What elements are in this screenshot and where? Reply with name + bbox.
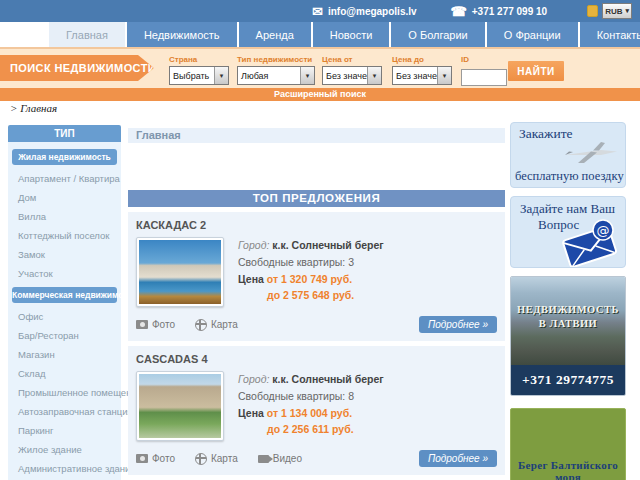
- sidebar-item-zhilaya[interactable]: Жилая недвижимость: [12, 149, 117, 165]
- sidebar-item-uchastok[interactable]: Участок: [8, 264, 121, 283]
- tab-glavnaya[interactable]: Главная: [49, 22, 125, 47]
- price-to-value: Без значения: [393, 71, 437, 81]
- property-photo: [139, 374, 221, 438]
- tab-nedvizhimost[interactable]: Недвижимость: [127, 22, 237, 47]
- tab-novosti[interactable]: Новости: [313, 22, 390, 47]
- breadcrumb[interactable]: > Главная: [10, 102, 57, 114]
- city-label: Город:: [238, 373, 269, 385]
- listing-title[interactable]: CASCADAS 4: [136, 351, 497, 371]
- apartments-label: Свободные квартиры:: [238, 256, 345, 268]
- search-panel: ПОИСК НЕДВИЖИМОСТИ Страна Выбрать Тип не…: [0, 49, 640, 88]
- currency-icon: [587, 5, 598, 17]
- field-id: ID: [461, 55, 507, 86]
- tab-label: Аренда: [256, 29, 294, 41]
- email-text: info@megapolis.lv: [328, 6, 417, 17]
- price-from-select[interactable]: Без значения: [322, 66, 382, 85]
- sidebar-item-administrativnoe[interactable]: Административное здание: [8, 459, 121, 478]
- city-value: к.к. Солнечный берег: [272, 373, 383, 385]
- sidebar-item-kottedzh[interactable]: Коттеджный поселок: [8, 226, 121, 245]
- advanced-search-link[interactable]: Расширенный поиск: [0, 88, 640, 101]
- latvia-banner-overlay: НЕДВИЖИМОСТЬ В ЛАТВИИ: [511, 303, 625, 331]
- main-nav: Главная Недвижимость Аренда Новости О Бо…: [0, 22, 640, 47]
- price-from: от 1 320 749 руб.: [267, 273, 352, 285]
- price-label: Цена: [238, 407, 264, 419]
- latvia-property-banner[interactable]: НЕДВИЖИМОСТЬ В ЛАТВИИ +371 29774775: [510, 276, 626, 396]
- currency-value: RUB: [605, 7, 622, 16]
- tab-label: Главная: [66, 29, 108, 41]
- sidebar-item-bar-restoran[interactable]: Бар/Ресторан: [8, 326, 121, 345]
- tab-o-bolgarii[interactable]: О Болгарии: [391, 22, 484, 47]
- property-photo: [139, 240, 221, 304]
- sidebar-item-magazin[interactable]: Магазин: [8, 345, 121, 364]
- listing-photo[interactable]: [136, 371, 224, 441]
- chevron-down-icon: [214, 67, 228, 84]
- sidebar-item-villa[interactable]: Вилла: [8, 207, 121, 226]
- sidebar-item-sklad[interactable]: Склад: [8, 364, 121, 383]
- ask-question-banner[interactable]: Задайте нам Ваш Вопрос @: [510, 196, 626, 268]
- sidebar-item-apartament[interactable]: Апартамент / Квартира: [8, 169, 121, 188]
- sidebar-item-azs[interactable]: Автозаправочная станция: [8, 402, 121, 421]
- sidebar-item-dom[interactable]: Дом: [8, 188, 121, 207]
- baltic-banner-text: Берег Балтийского моря: [511, 409, 625, 480]
- price-to-select[interactable]: Без значения: [392, 66, 452, 85]
- tab-o-francii[interactable]: О Франции: [487, 22, 578, 47]
- topbar: info@megapolis.lv +371 277 099 10 RUB: [0, 0, 640, 22]
- listing-card: CASCADAS 4 Город: к.к. Солнечный берег С…: [128, 346, 505, 475]
- sidebar-item-kommercheskaya[interactable]: Коммерческая недвижимость: [12, 287, 117, 303]
- photo-link[interactable]: Фото: [136, 453, 175, 464]
- sidebar-item-ofis[interactable]: Офис: [8, 307, 121, 326]
- map-link[interactable]: Карта: [195, 319, 238, 331]
- photo-link[interactable]: Фото: [136, 319, 175, 330]
- details-button[interactable]: Подробнее »: [419, 450, 497, 467]
- trip-banner-line2: бесплатную поездку: [515, 169, 624, 184]
- tab-kontakty[interactable]: Контакты: [580, 22, 640, 47]
- id-input[interactable]: [461, 69, 507, 86]
- country-select[interactable]: Выбрать: [169, 66, 229, 85]
- find-button[interactable]: НАЙТИ: [508, 61, 564, 81]
- sidebar-body: Жилая недвижимость Апартамент / Квартира…: [8, 142, 121, 480]
- sidebar-item-promyshlennoe[interactable]: Промышленное помещение: [8, 383, 121, 402]
- sidebar-item-zhiloe-zdanie[interactable]: Жилое здание: [8, 440, 121, 459]
- email-envelope-icon: @: [553, 215, 625, 268]
- camera-icon: [136, 454, 148, 463]
- phone-text: +371 277 099 10: [472, 6, 547, 17]
- field-price-from: Цена от Без значения: [322, 55, 382, 85]
- envelope-icon: [312, 4, 323, 19]
- sidebar-item-zamok[interactable]: Замок: [8, 245, 121, 264]
- latvia-overlay-line2: В ЛАТВИИ: [511, 317, 625, 331]
- sidebar-item-parking[interactable]: Паркинг: [8, 421, 121, 440]
- listing-footer: Фото Карта Подробнее »: [136, 316, 497, 333]
- details-button[interactable]: Подробнее »: [419, 316, 497, 333]
- page: info@megapolis.lv +371 277 099 10 RUB Гл…: [0, 0, 640, 480]
- price-from-value: Без значения: [323, 71, 367, 81]
- listing-body: Город: к.к. Солнечный берег Свободные кв…: [136, 371, 497, 441]
- airplane-icon: [559, 138, 623, 166]
- sidebar-title: ТИП: [8, 125, 121, 142]
- price-from-label: Цена от: [322, 55, 382, 64]
- listing-footer: Фото Карта Видео Подробнее »: [136, 450, 497, 467]
- city-value: к.к. Солнечный берег: [272, 239, 383, 251]
- video-link[interactable]: Видео: [258, 453, 302, 464]
- listing-photo[interactable]: [136, 237, 224, 307]
- currency-select[interactable]: RUB: [602, 3, 632, 19]
- type-sidebar: ТИП Жилая недвижимость Апартамент / Квар…: [8, 125, 121, 480]
- free-trip-banner[interactable]: Закажите бесплатную поездку: [510, 122, 626, 188]
- main-content: Главная ТОП ПРЕДЛОЖЕНИЯ КАСКАДАС 2 Город…: [128, 128, 505, 480]
- chevron-down-icon: [367, 67, 381, 84]
- video-camera-icon: [258, 455, 269, 463]
- chevron-down-icon: [300, 67, 314, 84]
- property-type-select[interactable]: Любая: [237, 66, 315, 85]
- tab-arenda[interactable]: Аренда: [239, 22, 311, 47]
- video-link-label: Видео: [273, 453, 302, 464]
- listing-title[interactable]: КАСКАДАС 2: [136, 217, 497, 237]
- phone-icon: [451, 4, 467, 19]
- email-contact[interactable]: info@megapolis.lv: [312, 4, 417, 19]
- page-title: Главная: [128, 128, 505, 143]
- right-rail: Закажите бесплатную поездку Задайте нам …: [510, 122, 626, 480]
- tab-label: О Франции: [504, 29, 561, 41]
- apartments-value: 3: [348, 256, 354, 268]
- baltic-sea-banner[interactable]: Берег Балтийского моря: [510, 408, 626, 480]
- property-type-label: Тип недвижимости: [237, 55, 315, 64]
- latvia-banner-phone: +371 29774775: [511, 365, 625, 395]
- map-link[interactable]: Карта: [195, 453, 238, 465]
